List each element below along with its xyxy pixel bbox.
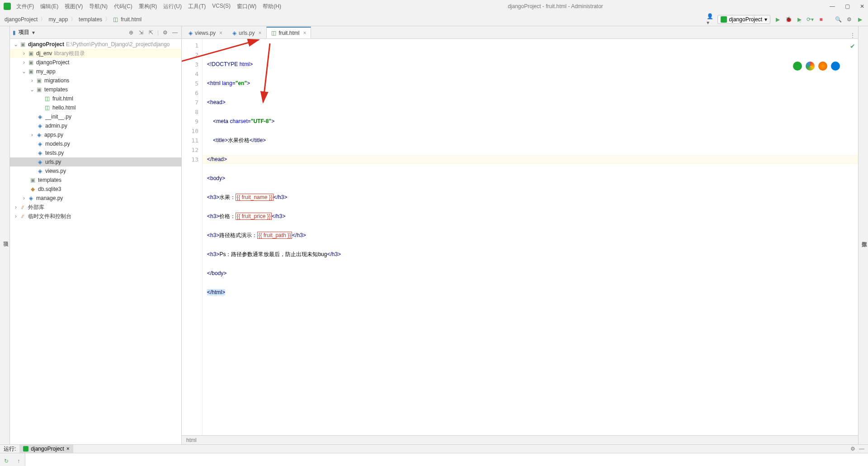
open-in-browser-icons (793, 62, 840, 71)
navigation-toolbar: djangoProject〉 my_app〉 templates〉 ◫ frui… (0, 13, 868, 26)
close-icon[interactable]: × (219, 30, 222, 36)
run-anything-button[interactable]: ▶ (856, 16, 863, 23)
tree-item-apps[interactable]: apps.py (44, 132, 63, 138)
tab-urls-py[interactable]: ◈urls.py× (227, 27, 266, 38)
menu-refactor[interactable]: 重构(R) (139, 3, 157, 10)
hide-icon[interactable]: — (171, 29, 179, 36)
pycharm-icon[interactable] (793, 62, 802, 71)
tree-item-fruit-html[interactable]: fruit.html (52, 95, 73, 102)
project-view-icon[interactable]: ▮ (13, 29, 16, 36)
tree-item-templates[interactable]: templates (44, 86, 68, 93)
tree-item-models[interactable]: models.py (45, 141, 70, 147)
tree-item-scratches[interactable]: 临时文件和控制台 (28, 213, 71, 220)
project-title: 项目 (19, 29, 29, 36)
close-icon[interactable]: × (66, 446, 70, 452)
code-area[interactable]: 12345678910111213 <!DOCTYPE html> <html … (182, 39, 858, 435)
rerun-icon[interactable]: ↻ (3, 457, 10, 465)
breadcrumb: djangoProject〉 my_app〉 templates〉 ◫ frui… (5, 15, 142, 23)
menu-view[interactable]: 视图(V) (65, 3, 83, 10)
breadcrumb-item[interactable]: djangoProject (5, 16, 38, 23)
user-icon[interactable]: 👤▾ (707, 16, 714, 23)
breadcrumb-item[interactable]: templates (79, 16, 102, 23)
menu-run[interactable]: 运行(U) (163, 3, 182, 10)
tree-root-path: E:\Python\Python_Django\2_project\django (66, 41, 170, 48)
close-icon[interactable]: × (303, 30, 306, 36)
tree-item-dj-env[interactable]: dj_env (36, 50, 52, 57)
run-config-label: djangoProject (729, 16, 762, 23)
editor-tabs: ◈views.py× ◈urls.py× ◫fruit.html× ⋮ (182, 26, 858, 39)
chevron-down-icon: ▾ (764, 16, 767, 23)
tree-item-urls[interactable]: urls.py (45, 159, 61, 165)
tree-item-my-app[interactable]: my_app (36, 68, 56, 75)
menu-nav[interactable]: 导航(N) (89, 3, 108, 10)
tree-item-manage[interactable]: manage.py (36, 195, 63, 201)
project-tree[interactable]: ⌄▣djangoProjectE:\Python\Python_Django\2… (10, 39, 181, 444)
maximize-icon[interactable]: ▢ (845, 3, 850, 10)
stop-button[interactable]: ■ (817, 16, 825, 23)
line-gutter: 12345678910111213 (182, 39, 203, 435)
window-title: djangoProject - fruit.html - Administrat… (281, 3, 830, 10)
firefox-icon[interactable] (818, 62, 827, 71)
close-icon[interactable]: × (258, 30, 261, 36)
tree-item-hello-html[interactable]: hello.html (52, 105, 75, 111)
tree-item-migrations[interactable]: migrations (44, 77, 69, 84)
breadcrumb-item[interactable]: my_app (48, 16, 68, 23)
debug-button[interactable]: 🐞 (785, 16, 792, 23)
tree-item-db[interactable]: db.sqlite3 (38, 186, 61, 192)
chevron-down-icon[interactable]: ▾ (32, 29, 35, 36)
edge-icon[interactable] (831, 62, 840, 71)
menu-window[interactable]: 窗口(W) (237, 3, 256, 10)
tree-item-tests[interactable]: tests.py (45, 150, 64, 156)
django-icon (23, 446, 28, 452)
project-tool-window: ▮ 项目 ▾ ⊕ ⇲ ⇱ | ⚙ — ⌄▣djangoProjectE:\Pyt… (10, 26, 182, 444)
app-logo-icon (4, 3, 11, 10)
run-tool-window: 运行: djangoProject × ⚙ — ↻↑ ■↓ ⏸↲ ⎋⤓ 🖶 🗑 … (0, 444, 868, 466)
run-output[interactable]: Run 'python manage.py migrate' to apply … (25, 453, 868, 466)
search-icon[interactable]: 🔍 (835, 16, 842, 23)
tab-views-py[interactable]: ◈views.py× (184, 27, 227, 38)
settings-icon[interactable]: ⚙ (845, 16, 853, 23)
locate-icon[interactable]: ⊕ (127, 29, 135, 36)
tab-options-icon[interactable]: ⋮ (850, 32, 858, 38)
django-icon (721, 16, 727, 23)
run-button[interactable]: ▶ (774, 16, 781, 23)
tree-item-init[interactable]: __init__.py (45, 114, 71, 120)
tree-item-views[interactable]: views.py (45, 168, 66, 174)
breadcrumb-item[interactable]: fruit.html (121, 16, 142, 23)
gear-icon[interactable]: ⚙ (850, 446, 855, 452)
run-toolbar: ↻↑ ■↓ ⏸↲ ⎋⤓ 🖶 🗑 (0, 453, 25, 466)
editor: ◈views.py× ◈urls.py× ◫fruit.html× ⋮ 1234… (182, 26, 858, 444)
code-content[interactable]: <!DOCTYPE html> <html lang="en"> <head> … (203, 39, 858, 435)
menu-help[interactable]: 帮助(H) (263, 3, 281, 10)
tree-item-templates2[interactable]: templates (38, 177, 61, 183)
hide-icon[interactable]: — (859, 446, 864, 452)
right-tool-gutter: 数据库 SciView (858, 26, 868, 444)
tree-item-external-libs[interactable]: 外部库 (28, 204, 44, 211)
menu-file[interactable]: 文件(F) (16, 3, 34, 10)
html-file-icon: ◫ (113, 16, 118, 23)
up-icon[interactable]: ↑ (15, 457, 22, 465)
tree-item-admin[interactable]: admin.py (45, 123, 67, 129)
menu-edit[interactable]: 编辑(E) (40, 3, 58, 10)
minimize-icon[interactable]: — (830, 3, 835, 10)
run-config-selector[interactable]: djangoProject ▾ (717, 15, 770, 24)
expand-all-icon[interactable]: ⇲ (137, 29, 145, 36)
profile-button[interactable]: ⟳▾ (807, 16, 814, 23)
titlebar: 文件(F) 编辑(E) 视图(V) 导航(N) 代码(C) 重构(R) 运行(U… (0, 0, 868, 13)
coverage-button[interactable]: ▶̤ (796, 16, 803, 23)
menu-tools[interactable]: 工具(T) (188, 3, 206, 10)
gear-icon[interactable]: ⚙ (161, 29, 169, 36)
collapse-all-icon[interactable]: ⇱ (147, 29, 155, 36)
run-label: 运行: (4, 445, 16, 453)
menu-vcs[interactable]: VCS(S) (212, 3, 231, 10)
run-tab[interactable]: djangoProject × (19, 445, 73, 453)
close-icon[interactable]: ✕ (860, 3, 864, 10)
inspection-ok-icon[interactable]: ✔ (850, 43, 855, 50)
tab-fruit-html[interactable]: ◫fruit.html× (266, 27, 311, 38)
editor-breadcrumb[interactable]: html (182, 435, 858, 444)
main-menu: 文件(F) 编辑(E) 视图(V) 导航(N) 代码(C) 重构(R) 运行(U… (16, 3, 281, 10)
menu-code[interactable]: 代码(C) (114, 3, 132, 10)
chrome-icon[interactable] (806, 62, 815, 71)
tree-item-djangoproject[interactable]: djangoProject (36, 59, 69, 66)
tree-root[interactable]: djangoProject (28, 41, 64, 48)
